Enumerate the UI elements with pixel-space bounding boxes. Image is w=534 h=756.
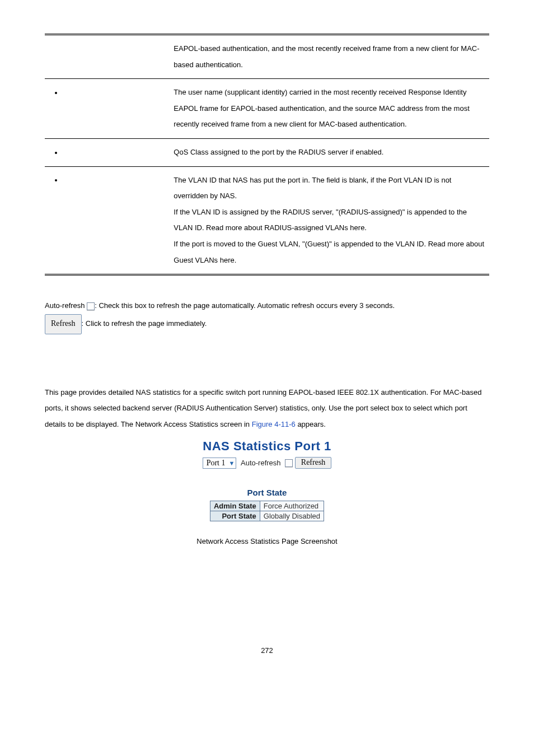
auto-refresh-label: Auto-refresh [45,301,85,310]
section-paragraph: This page provides detailed NAS statisti… [45,385,489,433]
bullet-icon [55,92,57,94]
chevron-down-icon: ▼ [225,460,235,466]
screenshot-caption: Network Access Statistics Page Screensho… [45,537,489,545]
port-select-value: Port 1 [207,459,226,467]
port-state-label: Port State [210,511,260,521]
admin-state-value: Force Authorized [260,501,324,511]
auto-refresh-checkbox[interactable] [87,302,95,310]
ss-auto-refresh-label: Auto-refresh [238,459,283,467]
row0-right: EAPOL-based authentication, and the most… [169,35,489,79]
row1-right: The user name (supplicant identity) carr… [169,79,489,139]
row2-right: QoS Class assigned to the port by the RA… [169,138,489,166]
row1-left [45,79,169,139]
bullet-icon [55,179,57,181]
ss-auto-refresh-checkbox[interactable] [285,459,293,467]
screenshot-controls: Port 1▼ Auto-refresh Refresh [45,457,489,469]
port-state-heading: Port State [45,488,489,497]
info-table: EAPOL-based authentication, and the most… [45,34,489,276]
admin-state-label: Admin State [210,501,260,511]
row0-left [45,35,169,79]
port-state-table: Admin State Force Authorized Port State … [210,501,324,521]
figure-link[interactable]: Figure 4-11-6 [252,420,296,428]
bullet-icon [55,152,57,154]
screenshot-block: NAS Statistics Port 1 Port 1▼ Auto-refre… [45,439,489,545]
auto-refresh-desc: : Check this box to refresh the page aut… [95,301,395,310]
refresh-button[interactable]: Refresh [45,314,82,334]
auto-refresh-line: Auto-refresh : Check this box to refresh… [45,298,489,334]
port-state-value: Globally Disabled [260,511,324,521]
ss-refresh-button[interactable]: Refresh [295,457,332,469]
row3-right: The VLAN ID that NAS has put the port in… [169,166,489,275]
row2-left [45,138,169,166]
screenshot-title: NAS Statistics Port 1 [45,439,489,454]
row3-left [45,166,169,275]
para-post: appears. [296,420,326,428]
page-number: 272 [45,646,489,655]
port-select[interactable]: Port 1▼ [203,458,237,469]
refresh-desc: : Click to refresh the page immediately. [82,319,207,328]
